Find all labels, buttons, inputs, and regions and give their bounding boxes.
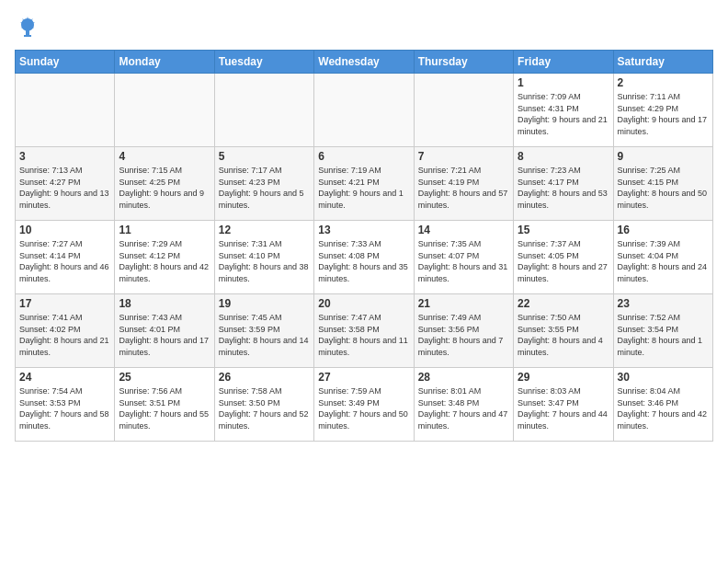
calendar-cell: 19Sunrise: 7:45 AM Sunset: 3:59 PM Dayli… [214,294,313,368]
day-info: Sunrise: 7:11 AM Sunset: 4:29 PM Dayligh… [618,91,709,137]
calendar-cell [214,74,313,147]
day-number: 30 [618,371,709,384]
calendar-cell: 21Sunrise: 7:49 AM Sunset: 3:56 PM Dayli… [414,294,513,368]
calendar-cell: 18Sunrise: 7:43 AM Sunset: 4:01 PM Dayli… [115,294,214,368]
day-number: 18 [119,297,210,310]
calendar-table: Sunday Monday Tuesday Wednesday Thursday… [15,50,713,442]
calendar-cell: 12Sunrise: 7:31 AM Sunset: 4:10 PM Dayli… [214,221,313,294]
day-number: 2 [618,76,709,89]
calendar-cell: 14Sunrise: 7:35 AM Sunset: 4:07 PM Dayli… [414,221,513,294]
day-number: 25 [119,371,210,384]
day-info: Sunrise: 7:17 AM Sunset: 4:23 PM Dayligh… [219,165,310,211]
calendar-week-1: 1Sunrise: 7:09 AM Sunset: 4:31 PM Daylig… [16,74,713,147]
day-info: Sunrise: 7:09 AM Sunset: 4:31 PM Dayligh… [518,91,609,137]
calendar-cell: 17Sunrise: 7:41 AM Sunset: 4:02 PM Dayli… [16,294,115,368]
day-info: Sunrise: 7:31 AM Sunset: 4:10 PM Dayligh… [219,238,310,284]
calendar-cell: 6Sunrise: 7:19 AM Sunset: 4:21 PM Daylig… [314,147,414,221]
day-info: Sunrise: 7:56 AM Sunset: 3:51 PM Dayligh… [119,385,210,431]
day-info: Sunrise: 7:15 AM Sunset: 4:25 PM Dayligh… [119,165,210,211]
day-info: Sunrise: 7:39 AM Sunset: 4:04 PM Dayligh… [618,238,709,284]
logo [15,15,44,40]
day-number: 23 [618,297,709,310]
col-saturday: Saturday [613,51,712,74]
day-number: 19 [219,297,310,310]
calendar-week-3: 10Sunrise: 7:27 AM Sunset: 4:14 PM Dayli… [16,221,713,294]
day-number: 16 [618,224,709,236]
day-info: Sunrise: 7:25 AM Sunset: 4:15 PM Dayligh… [618,165,709,211]
day-info: Sunrise: 7:21 AM Sunset: 4:19 PM Dayligh… [418,165,509,211]
day-info: Sunrise: 7:43 AM Sunset: 4:01 PM Dayligh… [119,312,210,358]
calendar-cell: 8Sunrise: 7:23 AM Sunset: 4:17 PM Daylig… [514,147,613,221]
calendar-cell: 25Sunrise: 7:56 AM Sunset: 3:51 PM Dayli… [115,368,214,442]
logo-icon [15,15,40,40]
col-thursday: Thursday [414,51,513,74]
calendar-cell: 7Sunrise: 7:21 AM Sunset: 4:19 PM Daylig… [414,147,513,221]
day-number: 11 [119,224,210,236]
calendar-cell [314,74,414,147]
calendar-cell: 16Sunrise: 7:39 AM Sunset: 4:04 PM Dayli… [613,221,712,294]
calendar-cell: 2Sunrise: 7:11 AM Sunset: 4:29 PM Daylig… [613,74,712,147]
day-number: 24 [19,371,110,384]
day-number: 26 [219,371,310,384]
calendar-cell: 11Sunrise: 7:29 AM Sunset: 4:12 PM Dayli… [115,221,214,294]
day-info: Sunrise: 7:47 AM Sunset: 3:58 PM Dayligh… [318,312,409,358]
day-info: Sunrise: 7:23 AM Sunset: 4:17 PM Dayligh… [518,165,609,211]
col-sunday: Sunday [16,51,115,74]
day-number: 21 [418,297,509,310]
day-number: 5 [219,150,310,163]
calendar-cell [414,74,513,147]
day-info: Sunrise: 7:33 AM Sunset: 4:08 PM Dayligh… [318,238,409,284]
day-info: Sunrise: 8:01 AM Sunset: 3:48 PM Dayligh… [418,385,509,431]
calendar-cell: 1Sunrise: 7:09 AM Sunset: 4:31 PM Daylig… [514,74,613,147]
calendar-cell: 27Sunrise: 7:59 AM Sunset: 3:49 PM Dayli… [314,368,414,442]
day-info: Sunrise: 7:45 AM Sunset: 3:59 PM Dayligh… [219,312,310,358]
day-info: Sunrise: 8:04 AM Sunset: 3:46 PM Dayligh… [618,385,709,431]
calendar-cell: 15Sunrise: 7:37 AM Sunset: 4:05 PM Dayli… [514,221,613,294]
calendar-cell [115,74,214,147]
day-info: Sunrise: 7:27 AM Sunset: 4:14 PM Dayligh… [19,238,110,284]
day-info: Sunrise: 7:41 AM Sunset: 4:02 PM Dayligh… [19,312,110,358]
day-number: 13 [318,224,409,236]
calendar-cell: 13Sunrise: 7:33 AM Sunset: 4:08 PM Dayli… [314,221,414,294]
calendar-week-4: 17Sunrise: 7:41 AM Sunset: 4:02 PM Dayli… [16,294,713,368]
day-number: 27 [318,371,409,384]
day-number: 3 [19,150,110,163]
day-number: 14 [418,224,509,236]
col-wednesday: Wednesday [314,51,414,74]
calendar-cell: 24Sunrise: 7:54 AM Sunset: 3:53 PM Dayli… [16,368,115,442]
calendar-cell: 26Sunrise: 7:58 AM Sunset: 3:50 PM Dayli… [214,368,313,442]
day-number: 20 [318,297,409,310]
day-number: 9 [618,150,709,163]
day-number: 6 [318,150,409,163]
calendar-cell [16,74,115,147]
day-number: 22 [518,297,609,310]
day-info: Sunrise: 7:58 AM Sunset: 3:50 PM Dayligh… [219,385,310,431]
day-info: Sunrise: 7:49 AM Sunset: 3:56 PM Dayligh… [418,312,509,358]
day-number: 17 [19,297,110,310]
col-tuesday: Tuesday [214,51,313,74]
calendar-header-row: Sunday Monday Tuesday Wednesday Thursday… [16,51,713,74]
day-number: 10 [19,224,110,236]
day-number: 8 [518,150,609,163]
calendar-week-5: 24Sunrise: 7:54 AM Sunset: 3:53 PM Dayli… [16,368,713,442]
day-info: Sunrise: 7:29 AM Sunset: 4:12 PM Dayligh… [119,238,210,284]
day-info: Sunrise: 7:13 AM Sunset: 4:27 PM Dayligh… [19,165,110,211]
col-friday: Friday [514,51,613,74]
day-number: 7 [418,150,509,163]
calendar-cell: 23Sunrise: 7:52 AM Sunset: 3:54 PM Dayli… [613,294,712,368]
calendar-cell: 5Sunrise: 7:17 AM Sunset: 4:23 PM Daylig… [214,147,313,221]
page-header [15,15,713,40]
day-number: 1 [518,76,609,89]
day-info: Sunrise: 7:35 AM Sunset: 4:07 PM Dayligh… [418,238,509,284]
calendar-cell: 3Sunrise: 7:13 AM Sunset: 4:27 PM Daylig… [16,147,115,221]
calendar-cell: 10Sunrise: 7:27 AM Sunset: 4:14 PM Dayli… [16,221,115,294]
day-number: 4 [119,150,210,163]
day-number: 28 [418,371,509,384]
calendar-cell: 20Sunrise: 7:47 AM Sunset: 3:58 PM Dayli… [314,294,414,368]
day-info: Sunrise: 8:03 AM Sunset: 3:47 PM Dayligh… [518,385,609,431]
page-container: Sunday Monday Tuesday Wednesday Thursday… [0,0,728,563]
day-info: Sunrise: 7:59 AM Sunset: 3:49 PM Dayligh… [318,385,409,431]
day-info: Sunrise: 7:37 AM Sunset: 4:05 PM Dayligh… [518,238,609,284]
calendar-cell: 9Sunrise: 7:25 AM Sunset: 4:15 PM Daylig… [613,147,712,221]
calendar-week-2: 3Sunrise: 7:13 AM Sunset: 4:27 PM Daylig… [16,147,713,221]
